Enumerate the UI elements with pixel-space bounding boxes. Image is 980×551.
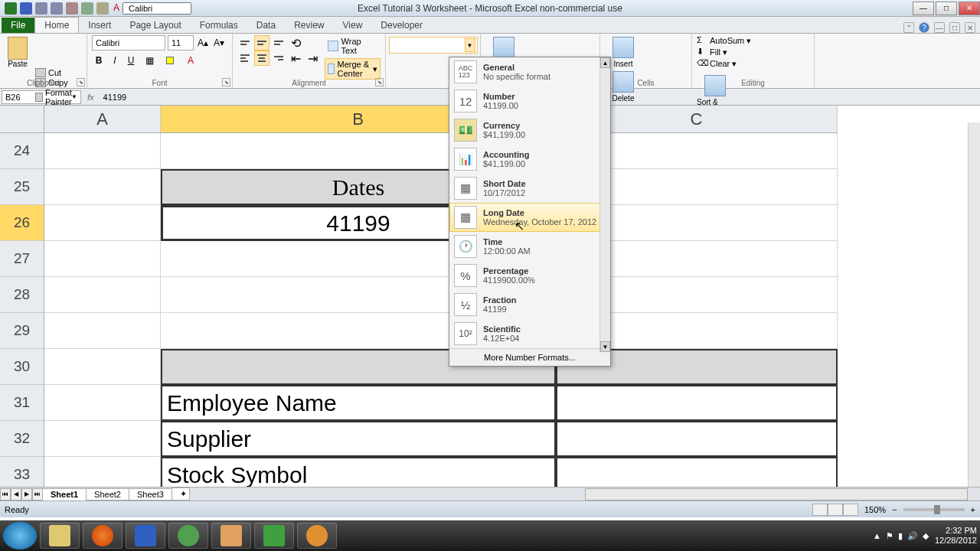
sheet-nav-next[interactable]: ▶ xyxy=(21,488,32,500)
tab-home[interactable]: Home xyxy=(34,17,79,33)
tab-developer[interactable]: Developer xyxy=(371,18,432,33)
fill-color-button[interactable] xyxy=(161,53,179,68)
wrap-text-button[interactable]: Wrap Text xyxy=(325,35,381,57)
tab-review[interactable]: Review xyxy=(285,18,333,33)
task-paint[interactable] xyxy=(211,523,251,549)
format-item-currency[interactable]: 💵Currency$41,199.00 xyxy=(449,116,610,145)
clock[interactable]: 2:32 PM 12/28/2012 xyxy=(935,526,977,546)
format-item-short-date[interactable]: ▦Short Date10/17/2012 xyxy=(449,174,610,203)
format-painter-button[interactable]: Format Painter xyxy=(35,88,82,106)
tab-page-layout[interactable]: Page Layout xyxy=(120,18,190,33)
maximize-button[interactable]: □ xyxy=(936,2,957,15)
cell-c31[interactable] xyxy=(556,385,838,421)
merge-center-button[interactable]: Merge & Center ▾ xyxy=(325,58,381,80)
sheet-nav-first[interactable]: ⏮ xyxy=(0,488,11,500)
borders-button[interactable]: ▦ xyxy=(140,53,158,68)
task-word[interactable] xyxy=(126,523,165,549)
qat-icon-5[interactable] xyxy=(66,2,78,15)
alignment-dialog-icon[interactable]: ⬊ xyxy=(375,78,384,86)
task-app-4[interactable] xyxy=(168,523,208,549)
increase-font-icon[interactable]: A▴ xyxy=(196,35,210,51)
row-header-27[interactable]: 27 xyxy=(0,241,44,277)
font-color-qat-icon[interactable]: A xyxy=(113,2,119,15)
sheet-nav-last[interactable]: ⏭ xyxy=(32,488,43,500)
sheet-tab-2[interactable]: Sheet2 xyxy=(86,488,129,500)
excel-icon[interactable] xyxy=(5,2,17,15)
tab-formulas[interactable]: Formulas xyxy=(191,18,247,33)
row-header-25[interactable]: 25 xyxy=(0,169,44,205)
scroll-up-icon[interactable]: ▲ xyxy=(600,57,610,68)
cut-button[interactable]: Cut xyxy=(35,68,82,77)
new-sheet-button[interactable]: ✦ xyxy=(172,487,190,500)
workbook-close-icon[interactable]: ✕ xyxy=(965,22,975,33)
tab-data[interactable]: Data xyxy=(247,18,285,33)
clear-button[interactable]: ⌫Clear ▾ xyxy=(697,58,809,69)
decrease-font-icon[interactable]: A▾ xyxy=(212,35,226,51)
minimize-ribbon-icon[interactable]: ⌃ xyxy=(903,22,914,33)
row-header-26[interactable]: 26 xyxy=(0,205,44,241)
start-button[interactable] xyxy=(3,522,37,549)
vertical-scrollbar[interactable] xyxy=(968,122,980,490)
page-break-view-button[interactable] xyxy=(843,504,858,516)
task-excel[interactable] xyxy=(254,523,294,549)
cell-a32[interactable] xyxy=(44,421,161,457)
row-header-33[interactable]: 33 xyxy=(0,457,44,487)
row-header-32[interactable]: 32 xyxy=(0,421,44,457)
fill-button[interactable]: ⬇Fill ▾ xyxy=(697,47,809,57)
format-item-time[interactable]: 🕐Time12:00:00 AM xyxy=(449,232,610,261)
page-layout-view-button[interactable] xyxy=(828,504,843,516)
cell-a24[interactable] xyxy=(44,133,161,169)
align-bottom-button[interactable] xyxy=(271,35,286,51)
format-item-general[interactable]: ABC123GeneralNo specific format xyxy=(449,57,610,86)
format-item-fraction[interactable]: ½Fraction41199 xyxy=(449,290,610,319)
tab-view[interactable]: View xyxy=(334,18,372,33)
align-left-button[interactable] xyxy=(237,51,253,66)
row-header-28[interactable]: 28 xyxy=(0,277,44,313)
format-item-scientific[interactable]: 10²Scientific4.12E+04 xyxy=(449,319,610,348)
qat-icon-7[interactable] xyxy=(96,2,109,15)
cell-c32[interactable] xyxy=(556,421,838,457)
clipboard-dialog-icon[interactable]: ⬊ xyxy=(77,78,85,86)
format-scrollbar[interactable]: ▲ ▼ xyxy=(599,57,610,352)
font-color-button[interactable]: A xyxy=(181,53,200,68)
undo-icon[interactable] xyxy=(35,2,47,15)
format-item-long-date[interactable]: ▦Long DateWednesday, October 17, 2012 xyxy=(449,203,610,232)
number-format-combo[interactable]: ▼ xyxy=(389,37,478,54)
format-item-percentage[interactable]: %Percentage4119900.00% xyxy=(449,261,610,290)
cell-a33[interactable] xyxy=(44,457,161,487)
tray-volume-icon[interactable]: 🔊 xyxy=(907,531,918,541)
cell-a30[interactable] xyxy=(44,349,161,385)
cell-a25[interactable] xyxy=(44,169,161,205)
file-tab[interactable]: File xyxy=(2,18,34,33)
autosum-button[interactable]: ΣAutoSum ▾ xyxy=(697,35,809,46)
more-number-formats[interactable]: More Number Formats... xyxy=(449,348,610,366)
tab-insert[interactable]: Insert xyxy=(79,18,120,33)
sheet-tab-3[interactable]: Sheet3 xyxy=(129,488,172,500)
decrease-indent-button[interactable]: ⇤ xyxy=(288,51,303,66)
tray-app-icon[interactable]: ◆ xyxy=(923,531,929,541)
format-item-accounting[interactable]: 📊Accounting$41,199.00 xyxy=(449,145,610,174)
workbook-minimize-icon[interactable]: — xyxy=(934,22,945,33)
number-format-dropdown-icon[interactable]: ▼ xyxy=(465,38,475,52)
zoom-in-button[interactable]: + xyxy=(971,505,975,514)
cell-b31[interactable]: Employee Name xyxy=(161,385,556,421)
workbook-restore-icon[interactable]: □ xyxy=(949,22,960,33)
font-name-combo[interactable] xyxy=(92,35,165,51)
save-icon[interactable] xyxy=(20,2,32,15)
cell-a29[interactable] xyxy=(44,313,161,349)
underline-button[interactable]: U xyxy=(124,53,138,68)
horizontal-scrollbar[interactable] xyxy=(585,488,968,500)
fx-icon[interactable]: fx xyxy=(87,93,94,102)
close-button[interactable]: ✕ xyxy=(959,2,980,15)
minimize-button[interactable]: — xyxy=(913,2,934,15)
zoom-level[interactable]: 150% xyxy=(864,505,886,514)
col-header-a[interactable]: A xyxy=(44,106,161,133)
align-right-button[interactable] xyxy=(271,51,286,66)
normal-view-button[interactable] xyxy=(812,504,828,516)
scroll-down-icon[interactable]: ▼ xyxy=(600,341,610,352)
redo-icon[interactable] xyxy=(51,2,63,15)
cell-b33[interactable]: Stock Symbol xyxy=(161,457,556,487)
row-header-30[interactable]: 30 xyxy=(0,349,44,385)
font-dialog-icon[interactable]: ⬊ xyxy=(222,78,230,86)
zoom-out-button[interactable]: − xyxy=(892,505,897,514)
